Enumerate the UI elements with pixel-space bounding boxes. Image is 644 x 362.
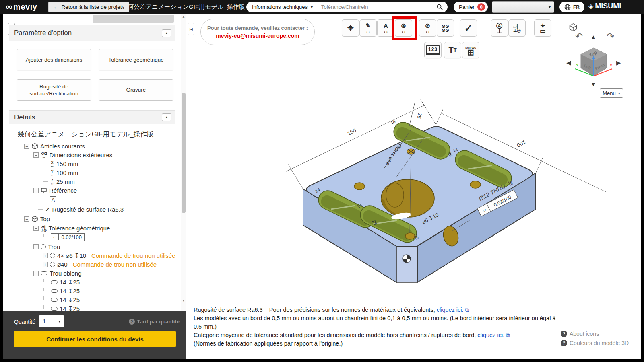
tree-item-dimensions-exterieures[interactable]: − XYZ↔ Dimensions extérieures xyxy=(33,151,112,159)
model-colors-link[interactable]: Couleurs du modèle 3D xyxy=(570,340,629,346)
hole-6-right[interactable] xyxy=(470,181,481,188)
click-here-link[interactable]: cliquez ici. xyxy=(477,332,504,338)
meviy-logo[interactable]: ∞ meviy xyxy=(6,1,37,12)
tree-item-geo-tolerance[interactable]: − ▱∥⊥◎ Tolérance géométrique xyxy=(33,224,110,232)
tree-item-hole-40[interactable]: + ⌀40 Commande de trou non utilisée xyxy=(43,260,157,269)
scroll-down-icon[interactable]: ▼ xyxy=(181,299,186,302)
isometric-view-icon[interactable] xyxy=(569,23,578,32)
sidebar-scrollbar[interactable]: ▲ ▼ xyxy=(181,14,186,311)
geometric-tolerance-button[interactable]: Tolérance géométrique xyxy=(99,49,173,70)
tree-label: Tolérance géométrique xyxy=(49,225,110,232)
search-icon[interactable] xyxy=(437,4,443,10)
collapse-node-icon[interactable]: − xyxy=(33,188,39,193)
panel-collapse-handle[interactable]: |◀ xyxy=(188,23,194,35)
note-tolerance: Catégorie moyenne de tolérance standard … xyxy=(194,332,476,338)
collapse-node-icon[interactable]: − xyxy=(33,244,39,249)
tree-label: Top xyxy=(40,216,50,222)
collapse-node-icon[interactable]: − xyxy=(33,152,39,158)
confirm-quote-button[interactable]: Confirmer les conditions du devis xyxy=(14,331,176,347)
tree-item-slot-3[interactable]: 14 ↧25 xyxy=(43,296,80,304)
collapse-node-icon[interactable]: − xyxy=(24,216,29,222)
rotate-left-step-icon[interactable]: ◀ xyxy=(566,59,571,66)
tree-item-reference[interactable]: − Référence xyxy=(33,186,77,195)
tree-item-roughness[interactable]: ✓ Rugosité de surface Ra6.3 xyxy=(38,205,124,214)
tariff-link[interactable]: Tarif par quantité xyxy=(137,319,180,325)
tree-item-trou[interactable]: − Trou xyxy=(33,243,60,251)
text-size-tool[interactable]: TT xyxy=(444,42,461,58)
language-label: FR xyxy=(573,4,580,10)
rotate-left-icon[interactable]: ↶ xyxy=(575,31,583,42)
expand-node-icon[interactable]: + xyxy=(43,253,48,258)
tree-item-slot-4[interactable]: 14 ↧25 xyxy=(43,304,80,311)
hole-table-icon: ⊙⊙ ⊙⊙ xyxy=(442,24,449,32)
search-bar: Informations techniques ▾ xyxy=(246,2,448,12)
back-to-projects-button[interactable]: ← Retour à la liste de projets xyxy=(48,2,129,12)
tree-item-dim-x[interactable]: X↔ 150 mm xyxy=(43,160,78,168)
tree-item-hole-6[interactable]: + 4× ⌀6 ↧10 Commande de trou non utilisé… xyxy=(43,251,175,260)
collapse-node-icon[interactable]: − xyxy=(33,271,39,276)
about-icons-link[interactable]: About icons xyxy=(570,331,599,337)
click-here-link[interactable]: cliquez ici. xyxy=(437,306,464,313)
tree-item-dim-y[interactable]: Y↔ 100 mm xyxy=(43,169,78,177)
tree-item-trou-oblong[interactable]: − Trou oblong xyxy=(33,269,82,278)
part-number-select[interactable]: ▾ xyxy=(492,1,554,13)
hole-table-tool[interactable]: ⊙⊙ ⊙⊙ xyxy=(437,19,454,37)
scrollbar-thumb[interactable] xyxy=(182,93,186,213)
collapse-node-icon[interactable]: − xyxy=(33,226,39,231)
tree-item-dim-z[interactable]: Z↔ 25 mm xyxy=(43,177,75,186)
collapse-node-icon[interactable]: − xyxy=(24,144,29,149)
deburring-tool[interactable]: ✦ ▭ xyxy=(534,19,551,37)
note-roughness: Rugosité de surface Ra6.3 xyxy=(194,306,263,313)
cart-label: Panier xyxy=(459,4,475,10)
tree-label: Trou xyxy=(48,243,60,250)
view-cube[interactable]: Top Left Front Y X xyxy=(574,43,614,83)
datum-monitor-icon xyxy=(41,187,47,194)
collapse-details-button[interactable]: ▲ xyxy=(162,113,171,121)
language-button[interactable]: FR xyxy=(559,2,584,12)
edit-dimension-tool[interactable]: ✎ ↔ xyxy=(359,19,377,37)
scrolled-button-partial[interactable] xyxy=(93,15,174,23)
flatness-frame: ▱0.02/100 xyxy=(51,233,85,241)
tree-item-flatness-value[interactable]: ▱0.02/100 xyxy=(43,233,85,241)
delete-dimension-tool[interactable]: ⊗ ↔ xyxy=(395,19,412,37)
tree-item-articles-courants[interactable]: − Articles courants xyxy=(24,142,85,150)
geometric-tolerance-tool[interactable]: ▱∥ ⊥◎ xyxy=(508,19,526,37)
cart-button[interactable]: Panier 0 xyxy=(454,2,488,12)
expand-node-icon[interactable]: + xyxy=(43,262,48,267)
tree-item-top[interactable]: − Top xyxy=(24,215,50,223)
datum-flag-tool[interactable]: Ⓐ ⊥ xyxy=(491,19,508,37)
hole-6-left[interactable] xyxy=(354,183,365,190)
collapse-options-button[interactable]: ▲ xyxy=(162,29,171,37)
contact-email-link[interactable]: meviy-eu@misumi-europe.com xyxy=(216,33,299,39)
rotate-right-icon[interactable]: ↷ xyxy=(607,31,614,42)
tree-item-slot-1[interactable]: 14 ↧25 xyxy=(43,278,80,286)
tech-info-select[interactable]: Informations techniques ▾ xyxy=(246,2,317,12)
surface-roughness-button[interactable]: Rugosité de surface/Rectification xyxy=(17,79,91,101)
scroll-up-icon[interactable]: ▲ xyxy=(181,15,186,19)
cube-icon xyxy=(31,216,38,222)
six-views-tool[interactable]: 6VIEWS⊞ xyxy=(462,42,479,58)
tree-item-slot-2[interactable]: 14 ↧25 xyxy=(43,287,80,295)
datum-target-tool[interactable]: ⌖ xyxy=(342,19,359,37)
add-dimensions-button[interactable]: Ajouter des dimensions xyxy=(17,49,91,70)
model-chamfer-face[interactable] xyxy=(396,246,417,282)
search-input[interactable] xyxy=(317,4,437,10)
surface-roughness-tool[interactable]: ✓ xyxy=(460,19,477,37)
hole-warning: Commande de trou non utilisée xyxy=(73,261,157,268)
hole-6-top-marked[interactable] xyxy=(407,149,415,154)
deburring-icon: ✦ ▭ xyxy=(540,23,545,33)
quantity-select[interactable]: 1 ▾ xyxy=(39,315,64,327)
rotate-right-step-icon[interactable]: ▶ xyxy=(616,59,621,66)
rotate-up-icon[interactable]: ▲ xyxy=(590,33,597,40)
rotate-down-icon[interactable]: ▼ xyxy=(590,81,597,88)
hide-dimension-tool[interactable]: ⊘ ↔ xyxy=(419,19,436,37)
measure-units-tool[interactable]: 123 xyxy=(424,42,442,58)
text-dimension-tool[interactable]: A ↔ xyxy=(377,19,394,37)
datum-target-marker[interactable] xyxy=(402,255,411,263)
model-3d-view[interactable]: 150 100 25 ⌀40 THRU 14 25 14 25 14 25 xyxy=(239,95,625,320)
engraving-button[interactable]: Gravure xyxy=(99,79,173,101)
six-views-icon: 6VIEWS⊞ xyxy=(465,46,476,54)
tree-label: 150 mm xyxy=(56,160,78,167)
misumi-logo[interactable]: ◈ MiSUMi xyxy=(588,2,621,10)
tree-item-datum-a[interactable]: A xyxy=(43,195,56,204)
